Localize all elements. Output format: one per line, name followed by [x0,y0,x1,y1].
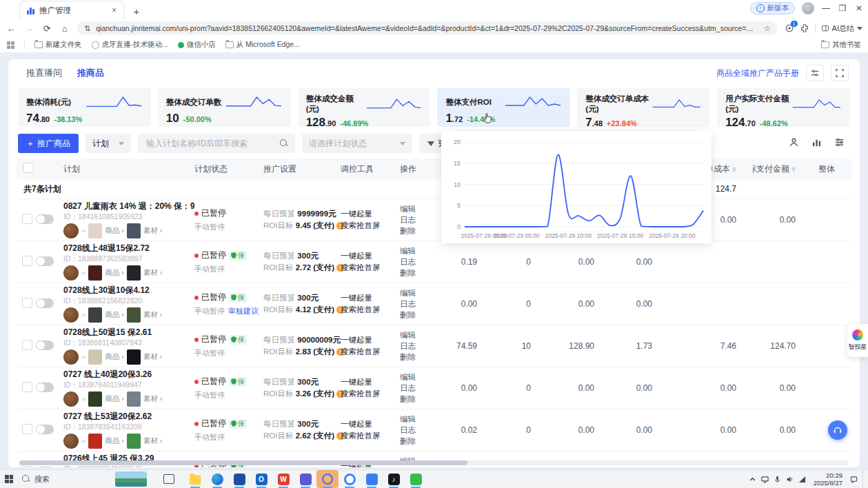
material-link[interactable]: 素材 [143,226,162,236]
one-click-boost-link[interactable]: 一键起量 [341,208,400,220]
edit-link[interactable]: 编辑 [400,203,433,214]
search-topview-link[interactable]: 搜索抢首屏 [341,346,400,358]
col-5[interactable]: 用户实际支付金额 [753,163,812,175]
stat-card[interactable]: 整体支付ROI 1.72 -14.43% [437,88,570,127]
taskbar-app-app-indigo[interactable] [294,470,316,488]
close-button[interactable]: ✕ [854,3,864,13]
one-click-boost-link[interactable]: 一键起量 [341,292,400,304]
other-bookmarks[interactable]: 其他书签 [821,40,861,50]
log-link[interactable]: 日志 [400,298,433,309]
browser-tab[interactable]: 推广管理 × [19,1,124,19]
row-toggle[interactable] [36,467,54,468]
product-link[interactable]: 商品 [105,352,123,362]
row-toggle[interactable] [36,214,54,224]
reload-icon[interactable]: ⟳ [41,23,52,34]
url-text[interactable]: qianchuan.jinritemai.com/uni-prom?aavid=… [96,24,758,32]
extensions-puzzle-icon[interactable] [800,23,809,33]
product-link[interactable]: 商品 [105,394,123,404]
bookmark-item[interactable]: 新建文件夹 [34,40,82,50]
delete-link[interactable]: 删除 [400,267,433,278]
chevron-up-icon[interactable] [749,476,756,483]
bookmark-item[interactable]: 微信小店 [178,40,216,50]
material-link[interactable]: 素材 [143,310,162,320]
log-link[interactable]: 日志 [400,214,433,225]
search-topview-link[interactable]: 搜索抢首屏 [341,220,400,232]
sort-icon[interactable] [732,167,736,172]
taskbar-app-edge[interactable] [206,470,228,488]
taskbar-app-outlook[interactable]: O [250,470,272,488]
delete-link[interactable]: 删除 [400,394,433,405]
select-all-checkbox[interactable] [23,163,34,173]
tab-products[interactable]: 推商品 [77,67,104,79]
product-link[interactable]: 商品 [105,310,123,320]
plan-title[interactable]: 0727 线上53退20保2.62 [63,411,194,422]
tab-close-icon[interactable]: × [112,6,117,15]
edit-link[interactable]: 编辑 [400,372,433,383]
back-icon[interactable]: ← [6,23,17,34]
col-6[interactable]: 整体 [812,163,851,175]
fullscreen-icon[interactable] [831,65,849,81]
stat-card[interactable]: 整体消耗(元) 74.80 -38.13% [18,88,151,127]
taskbar-app-qianchuan[interactable] [316,470,339,488]
task-view-icon[interactable] [163,474,174,484]
stat-card[interactable]: 整体成交订单数 10 -50.00% [158,88,291,127]
row-toggle[interactable] [36,383,54,392]
zhitouxing-widget[interactable]: 智投星 [847,324,868,357]
row-checkbox[interactable] [22,214,32,224]
log-link[interactable]: 日志 [400,467,433,467]
extension-icon[interactable]: 1 [785,23,794,33]
mic-icon[interactable] [774,476,781,483]
delete-link[interactable]: 删除 [400,309,433,321]
taskbar-app-wps[interactable]: W [272,470,294,488]
account-icon[interactable] [789,137,799,150]
apps-grid-icon[interactable] [7,41,14,49]
ai-summary-button[interactable]: AI总结 [821,23,862,34]
stat-card[interactable]: 整体成交金额(元) 128.90 -46.89% [298,88,431,127]
search-icon[interactable] [280,139,288,148]
bookmark-star-icon[interactable]: ☆ [764,24,771,33]
new-tab-button[interactable]: + [128,3,145,19]
product-link[interactable]: 商品 [105,226,123,236]
product-link[interactable]: 商品 [105,436,123,446]
support-fab[interactable] [828,420,847,440]
bookmark-item[interactable]: 从 Microsoft Edge... [225,40,300,50]
minimize-button[interactable]: — [821,3,831,13]
show-desktop-strip[interactable] [862,470,865,488]
col-plan[interactable]: 计划 [63,163,194,175]
one-click-boost-link[interactable]: 一键起量 [341,418,400,430]
sort-icon[interactable] [791,167,796,172]
edit-link[interactable]: 编辑 [400,245,433,256]
one-click-boost-link[interactable]: 一键起量 [341,376,400,388]
notification-icon[interactable] [850,476,858,483]
taskbar-app-store[interactable] [228,470,250,488]
col-settings[interactable]: 推广设置 [263,163,341,175]
address-bar[interactable]: ⇅ qianchuan.jinritemai.com/uni-prom?aavi… [77,21,778,35]
network-icon[interactable] [798,476,806,483]
log-link[interactable]: 日志 [400,425,433,436]
stat-card[interactable]: 整体成交订单成本(元) 7.48 +23.84% [577,88,710,127]
delete-link[interactable]: 删除 [400,352,433,363]
taskbar-app-file-explorer[interactable] [184,470,206,488]
row-checkbox[interactable] [22,424,32,434]
row-toggle[interactable] [36,425,54,434]
start-button[interactable] [0,470,18,488]
row-toggle[interactable] [36,340,54,350]
settings-sliders-icon[interactable] [806,65,824,81]
taskbar-app-app-circle-blue[interactable] [339,470,361,488]
home-icon[interactable]: ⌂ [59,23,70,34]
row-checkbox[interactable] [22,466,32,467]
material-link[interactable]: 素材 [143,268,162,278]
stat-card[interactable]: 用户实际支付金额(元) 124.70 -48.62% [717,88,850,127]
dimension-select[interactable]: 计划 [85,134,131,153]
row-checkbox[interactable] [22,340,32,350]
taskbar-clock[interactable]: 20:29 2025/8/27 [814,471,842,487]
search-topview-link[interactable]: 搜索抢首屏 [341,388,400,400]
material-link[interactable]: 素材 [143,352,162,362]
row-toggle[interactable] [36,298,54,308]
col-ops[interactable]: 操作 [400,163,433,175]
new-version-badge[interactable]: !新版本 [750,2,796,14]
col-tools[interactable]: 调控工具 [341,163,400,175]
one-click-boost-link[interactable]: 一键起量 [341,250,400,262]
horizontal-scrollbar[interactable] [19,460,849,465]
plan-title[interactable]: 0728线上50退15 保2.61 [63,327,194,338]
